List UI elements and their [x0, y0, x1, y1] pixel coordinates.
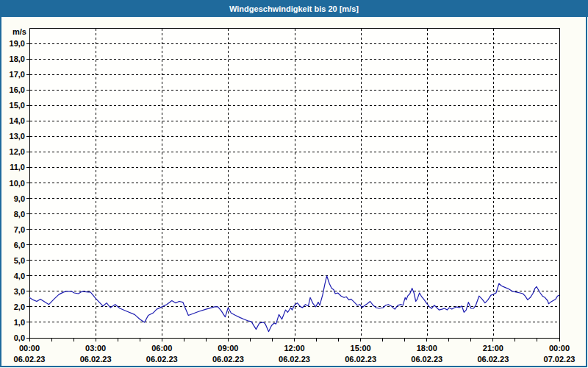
x-tick-date-label: 06.02.23	[212, 355, 244, 364]
y-tick-label: 10,0	[10, 179, 25, 188]
y-tick-label: 17,0	[10, 70, 25, 79]
x-tick-time-label: 09:00	[218, 344, 238, 353]
y-tick-label: 18,0	[10, 54, 25, 63]
x-tick-date-label: 07.02.23	[544, 355, 576, 364]
x-tick-time-label: 03:00	[85, 344, 106, 353]
x-tick-time-label: 06:00	[151, 344, 172, 353]
x-tick-date-label: 06.02.23	[411, 355, 442, 364]
y-axis-unit-label: m/s	[12, 27, 26, 36]
y-tick-label: 12,0	[10, 147, 25, 156]
x-tick-date-label: 06.02.23	[80, 355, 112, 364]
y-tick-label: 9,0	[14, 194, 25, 203]
x-tick-date-label: 06.02.23	[146, 355, 178, 364]
x-tick-time-label: 00:00	[19, 344, 40, 353]
y-tick-label: 2,0	[14, 302, 25, 311]
x-tick-time-label: 12:00	[284, 344, 304, 353]
wind-speed-chart: 0,01,02,03,04,05,06,07,08,09,010,011,012…	[0, 0, 588, 368]
x-tick-time-label: 21:00	[483, 344, 503, 353]
x-tick-date-label: 06.02.23	[345, 355, 376, 364]
y-tick-label: 15,0	[10, 101, 25, 110]
x-tick-time-label: 00:00	[549, 344, 570, 353]
plot-area	[29, 28, 559, 338]
y-tick-label: 14,0	[10, 116, 25, 125]
x-tick-date-label: 06.02.23	[279, 355, 310, 364]
y-tick-label: 8,0	[14, 210, 25, 219]
x-tick-time-label: 15:00	[351, 344, 371, 353]
x-tick-time-label: 18:00	[417, 344, 437, 353]
y-tick-label: 13,0	[10, 132, 25, 141]
x-tick-date-label: 06.02.23	[14, 355, 46, 364]
y-tick-label: 1,0	[14, 318, 25, 327]
y-tick-label: 19,0	[10, 39, 25, 48]
chart-window: Windgeschwindigkeit bis 20 [m/s] 0,01,02…	[0, 0, 588, 368]
y-tick-label: 7,0	[14, 225, 25, 234]
y-tick-label: 16,0	[10, 85, 25, 94]
y-tick-label: 4,0	[14, 272, 25, 280]
y-tick-label: 11,0	[10, 163, 25, 171]
x-tick-date-label: 06.02.23	[477, 355, 509, 364]
y-tick-label: 5,0	[14, 256, 25, 265]
y-tick-label: 0,0	[14, 333, 25, 342]
y-tick-label: 3,0	[14, 287, 25, 296]
y-tick-label: 6,0	[14, 241, 25, 250]
